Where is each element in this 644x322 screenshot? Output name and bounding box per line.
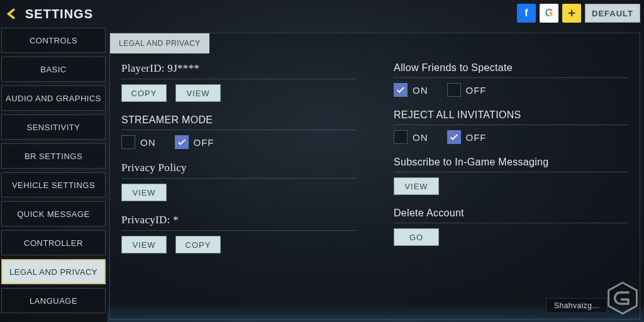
sidebar-item-controls[interactable]: CONTROLS xyxy=(1,28,106,53)
delete-account-section: Delete Account GO xyxy=(394,208,628,246)
checkbox-checked-icon xyxy=(175,135,189,149)
sidebar-item-sensitivity[interactable]: SENSITIVITY xyxy=(1,114,106,140)
streamer-mode-off-option[interactable]: OFF xyxy=(175,135,214,149)
checkbox-checked-icon xyxy=(447,130,461,144)
checkbox-icon xyxy=(121,135,135,149)
off-label: OFF xyxy=(194,137,214,148)
credit-badge: Shahvaizg... xyxy=(546,298,608,313)
sidebar-item-controller[interactable]: CONTROLLER xyxy=(1,230,106,255)
main-panel: LEGAL AND PRIVACY PlayerID: 9J**** COPY … xyxy=(109,33,640,319)
on-label: ON xyxy=(413,85,428,96)
back-button[interactable] xyxy=(4,5,21,23)
streamer-mode-label: STREAMER MODE xyxy=(121,114,356,130)
privacy-policy-label: Privacy Policy xyxy=(121,162,356,179)
messaging-section: Subscribe to In-Game Messaging VIEW xyxy=(394,157,628,195)
spectate-on-option[interactable]: ON xyxy=(394,83,428,97)
streamer-mode-on-option[interactable]: ON xyxy=(121,135,156,149)
delete-account-label: Delete Account xyxy=(394,208,628,223)
sidebar-item-br-settings[interactable]: BR SETTINGS xyxy=(1,143,106,169)
privacy-id-section: PrivacyID: * VIEW COPY xyxy=(121,214,356,253)
checkbox-checked-icon xyxy=(394,83,408,97)
reject-invitations-section: REJECT ALL INVITATIONS ON OFF xyxy=(394,109,628,144)
messaging-label: Subscribe to In-Game Messaging xyxy=(394,157,628,172)
header-bar: SETTINGS f G + DEFAULT xyxy=(0,0,644,28)
sidebar-item-legal-privacy[interactable]: LEGAL AND PRIVACY xyxy=(1,259,106,284)
reject-off-option[interactable]: OFF xyxy=(447,130,487,144)
google-login-button[interactable]: G xyxy=(540,4,558,23)
content-grid: PlayerID: 9J**** COPY VIEW STREAMER MODE… xyxy=(121,62,628,319)
checkbox-icon xyxy=(394,130,408,144)
delete-account-go-button[interactable]: GO xyxy=(394,228,439,246)
default-button[interactable]: DEFAULT xyxy=(585,4,640,23)
off-label: OFF xyxy=(466,132,487,143)
privacy-id-label: PrivacyID: * xyxy=(121,214,356,231)
privacy-id-view-button[interactable]: VIEW xyxy=(121,236,167,253)
messaging-view-button[interactable]: VIEW xyxy=(394,177,439,195)
facebook-login-button[interactable]: f xyxy=(517,4,536,23)
sidebar-item-basic[interactable]: BASIC xyxy=(1,57,106,82)
spectate-label: Allow Friends to Spectate xyxy=(394,62,628,78)
spectate-off-option[interactable]: OFF xyxy=(447,83,487,97)
settings-sidebar: CONTROLS BASIC AUDIO AND GRAPHICS SENSIT… xyxy=(1,28,106,322)
player-id-copy-button[interactable]: COPY xyxy=(121,84,167,102)
subtab-legal-privacy[interactable]: LEGAL AND PRIVACY xyxy=(110,33,209,53)
sidebar-item-language[interactable]: LANGUAGE xyxy=(1,288,106,313)
reject-on-option[interactable]: ON xyxy=(394,130,428,144)
privacy-id-copy-button[interactable]: COPY xyxy=(175,236,221,253)
checkbox-icon xyxy=(447,83,461,97)
spectate-section: Allow Friends to Spectate ON OFF xyxy=(394,62,628,97)
player-id-view-button[interactable]: VIEW xyxy=(175,84,221,102)
sidebar-item-audio-graphics[interactable]: AUDIO AND GRAPHICS xyxy=(1,86,106,111)
player-id-label: PlayerID: 9J**** xyxy=(121,62,356,79)
off-label: OFF xyxy=(466,85,487,96)
sidebar-item-quick-message[interactable]: QUICK MESSAGE xyxy=(1,201,106,226)
on-label: ON xyxy=(413,132,428,143)
page-title: SETTINGS xyxy=(25,7,93,21)
player-id-section: PlayerID: 9J**** COPY VIEW xyxy=(121,62,356,102)
privacy-policy-view-button[interactable]: VIEW xyxy=(121,184,167,201)
reject-invitations-label: REJECT ALL INVITATIONS xyxy=(394,109,628,125)
sidebar-item-vehicle-settings[interactable]: VEHICLE SETTINGS xyxy=(1,172,106,197)
privacy-policy-section: Privacy Policy VIEW xyxy=(121,162,356,201)
on-label: ON xyxy=(140,137,156,148)
add-account-button[interactable]: + xyxy=(562,4,581,23)
streamer-mode-section: STREAMER MODE ON OFF xyxy=(121,114,356,149)
